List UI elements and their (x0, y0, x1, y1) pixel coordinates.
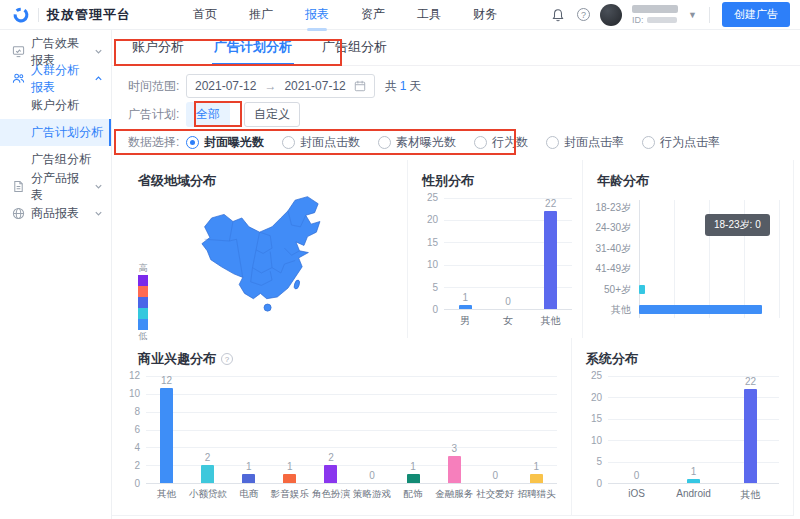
chart-title: 年龄分布 (597, 172, 649, 190)
bar-role-play[interactable] (324, 465, 337, 483)
chevron-down-icon (94, 182, 103, 191)
sidebar: 广告效果报表 人群分析报表 账户分析 广告计划分析 广告组分析 分产品报表 商品… (0, 30, 112, 519)
bar-recruiting[interactable] (530, 474, 543, 483)
legend-color (138, 286, 148, 297)
bar-group: 0 (608, 376, 665, 483)
sidebar-item-label: 分产品报表 (31, 170, 88, 204)
bar-ecommerce[interactable] (242, 474, 255, 483)
sidebar-subitem-account-analysis[interactable]: 账户分析 (0, 92, 111, 119)
tab-ad-plan-analysis[interactable]: 广告计划分析 (212, 30, 294, 65)
data-metric-radio-group: 封面曝光数 封面点击数 素材曝光数 行为数 封面点击率 行为点击率 (186, 134, 720, 151)
nav-tools[interactable]: 工具 (415, 0, 443, 31)
bar-accessories[interactable] (407, 474, 420, 483)
bar-row: 31-40岁 (639, 241, 779, 257)
y-axis-ticks: 121086420 (129, 370, 140, 489)
time-range-label: 时间范围: (128, 78, 186, 95)
sidebar-subitem-ad-plan-analysis[interactable]: 广告计划分析 (0, 119, 111, 146)
bar-other[interactable] (744, 389, 757, 483)
user-name-redacted (632, 5, 678, 13)
create-ad-button[interactable]: 创建广告 (722, 2, 790, 27)
x-axis-labels: 其他小额贷款电商影音娱乐角色扮演策略游戏配饰金融服务社交爱好招聘猎头 (146, 488, 557, 501)
bar-other[interactable] (544, 211, 557, 309)
nav-reports[interactable]: 报表 (303, 0, 331, 31)
tab-ad-group-analysis[interactable]: 广告组分析 (320, 30, 389, 65)
sidebar-item-product-report[interactable]: 分产品报表 (0, 173, 111, 200)
radio-icon (378, 136, 391, 149)
chart-business-interest-distribution: 商业兴趣分布 ? 121086420 12 2 1 1 2 (112, 338, 572, 515)
bar-row: 50+岁 (639, 282, 779, 298)
legend-color (138, 297, 148, 308)
legend-color (138, 308, 148, 319)
date-end: 2021-07-12 (284, 79, 345, 93)
app-title: 投放管理平台 (47, 6, 131, 24)
bar-age-other[interactable] (639, 305, 762, 314)
chart-province-distribution: 省级地域分布 (112, 160, 408, 338)
bar-group: 0 (487, 198, 530, 309)
app-logo: 投放管理平台 (12, 6, 131, 24)
radio-icon (546, 136, 559, 149)
chart-gender-distribution: 性别分布 2520151050 1 0 22 男女其他 (408, 160, 583, 338)
radio-cover-ctr[interactable]: 封面点击率 (546, 134, 624, 151)
bar-media-entertainment[interactable] (283, 474, 296, 483)
nav-finance[interactable]: 财务 (471, 0, 499, 31)
bar-android[interactable] (687, 479, 700, 483)
user-info[interactable]: ID: (632, 5, 678, 25)
radio-material-impressions[interactable]: 素材曝光数 (378, 134, 456, 151)
radio-actions[interactable]: 行为数 (474, 134, 528, 151)
help-icon[interactable]: ? (577, 8, 590, 21)
sidebar-item-goods-report[interactable]: 商品报表 (0, 200, 111, 227)
date-range-input[interactable]: 2021-07-12 → 2021-07-12 (186, 74, 375, 98)
bar-male[interactable] (459, 305, 472, 309)
sidebar-item-label: 人群分析报表 (31, 62, 88, 96)
bar-group: 0 (351, 376, 392, 483)
radio-cover-clicks[interactable]: 封面点击数 (282, 134, 360, 151)
bar-group: 1 (444, 198, 487, 309)
sidebar-item-audience-report[interactable]: 人群分析报表 (0, 65, 111, 92)
user-id-redacted (647, 17, 677, 23)
help-circle-icon[interactable]: ? (221, 353, 233, 365)
document-icon (12, 180, 25, 193)
bar-micro-loan[interactable] (201, 465, 214, 483)
sidebar-subitem-ad-group-analysis[interactable]: 广告组分析 (0, 146, 111, 173)
bar-group: 1 (228, 376, 269, 483)
gender-plot-area: 2520151050 1 0 22 (444, 198, 572, 310)
tab-account-analysis[interactable]: 账户分析 (130, 30, 186, 65)
x-axis-labels: 男女其他 (444, 314, 572, 328)
bar-group: 0 (475, 376, 516, 483)
radio-icon (282, 136, 295, 149)
nav-assets[interactable]: 资产 (359, 0, 387, 31)
bar-group: 1 (516, 376, 557, 483)
radio-icon (642, 136, 655, 149)
sidebar-item-label: 商品报表 (31, 205, 88, 222)
plan-custom-button[interactable]: 自定义 (244, 102, 300, 127)
radio-icon (474, 136, 487, 149)
chevron-up-icon (94, 74, 103, 83)
logo-icon (12, 6, 30, 24)
nav-reports-label: 报表 (305, 7, 329, 21)
chart-title-text: 商业兴趣分布 (138, 350, 216, 368)
radio-cover-impressions[interactable]: 封面曝光数 (186, 134, 264, 151)
chart-system-distribution: 系统分布 2520151050 0 1 22 iOSAndroid其 (572, 338, 794, 515)
top-header: 投放管理平台 首页 推广 报表 资产 工具 财务 ? ID: ▼ 创建广告 (0, 0, 800, 30)
radio-action-ctr[interactable]: 行为点击率 (642, 134, 720, 151)
legend-high-label: 高 (139, 262, 148, 275)
bar-other[interactable] (160, 388, 173, 483)
bell-icon[interactable] (549, 6, 567, 24)
avatar[interactable] (600, 4, 622, 26)
filter-panel: 时间范围: 2021-07-12 → 2021-07-12 共1天 广告计划: … (112, 66, 800, 154)
main-content: 账户分析 广告计划分析 广告组分析 时间范围: 2021-07-12 → 202… (112, 30, 800, 519)
nav-promotion[interactable]: 推广 (247, 0, 275, 31)
chevron-down-icon[interactable]: ▼ (688, 10, 697, 20)
bar-group: 1 (269, 376, 310, 483)
chevron-down-icon (94, 47, 103, 56)
plan-all-option[interactable]: 全部 (186, 102, 230, 127)
nav-home[interactable]: 首页 (191, 0, 219, 31)
bar-age-50plus[interactable] (639, 285, 645, 294)
bar-financial-service[interactable] (448, 456, 461, 483)
interest-plot-area: 121086420 12 2 1 1 2 0 1 3 0 1 (146, 376, 557, 484)
china-map[interactable] (164, 186, 396, 328)
user-id-label: ID: (632, 16, 644, 25)
calendar-icon (354, 80, 366, 92)
analysis-tabs: 账户分析 广告计划分析 广告组分析 (112, 30, 800, 66)
bar-group: 2 (187, 376, 228, 483)
